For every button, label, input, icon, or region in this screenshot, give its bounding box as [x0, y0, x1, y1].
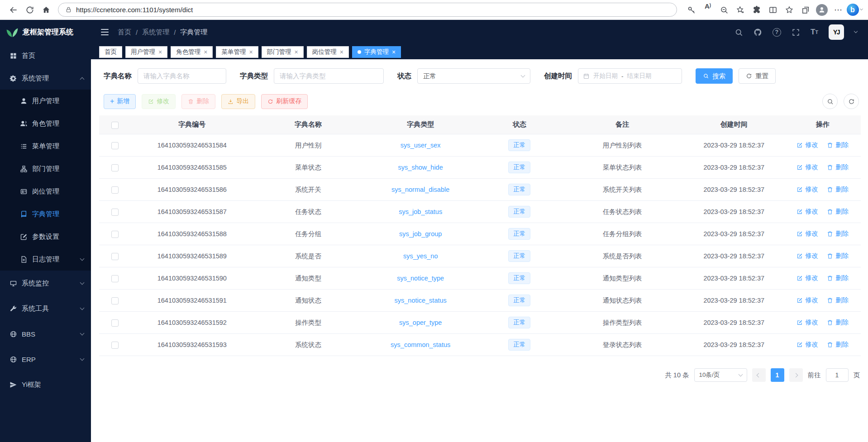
row-edit-link[interactable]: 修改: [796, 141, 818, 149]
dict-type-link[interactable]: sys_show_hide: [398, 164, 443, 171]
dict-type-link[interactable]: sys_job_status: [399, 208, 442, 215]
row-delete-link[interactable]: 删除: [827, 163, 849, 171]
favorite-add-icon[interactable]: [732, 2, 749, 18]
dict-type-link[interactable]: sys_yes_no: [403, 252, 438, 260]
row-checkbox[interactable]: [111, 164, 119, 171]
dict-type-link[interactable]: sys_normal_disable: [391, 186, 449, 193]
select-all-checkbox[interactable]: [111, 122, 119, 129]
row-edit-link[interactable]: 修改: [796, 318, 818, 327]
row-edit-link[interactable]: 修改: [796, 340, 818, 349]
row-checkbox[interactable]: [111, 319, 119, 327]
refresh-icon[interactable]: [22, 2, 38, 18]
chevron-down-icon[interactable]: [854, 29, 858, 33]
sidebar-item-menus[interactable]: 菜单管理: [0, 135, 91, 157]
sidebar-item-dict[interactable]: 字典管理: [0, 203, 91, 225]
sidebar-item-logs[interactable]: 日志管理: [0, 248, 91, 271]
help-icon[interactable]: ?: [773, 28, 781, 37]
row-edit-link[interactable]: 修改: [796, 274, 818, 282]
tab-dict[interactable]: 字典管理 ×: [352, 46, 401, 58]
sidebar-item-departments[interactable]: 部门管理: [0, 157, 91, 180]
dict-type-link[interactable]: sys_notice_type: [397, 275, 444, 282]
row-edit-link[interactable]: 修改: [796, 163, 818, 171]
dict-type-link[interactable]: sys_common_status: [391, 341, 450, 348]
row-checkbox[interactable]: [111, 231, 119, 238]
dict-type-input[interactable]: [274, 68, 384, 84]
split-screen-icon[interactable]: [765, 2, 781, 18]
dict-type-link[interactable]: sys_oper_type: [399, 319, 442, 326]
row-delete-link[interactable]: 删除: [827, 141, 849, 149]
row-checkbox[interactable]: [111, 275, 119, 282]
user-avatar[interactable]: YJ: [829, 24, 844, 40]
read-aloud-icon[interactable]: A): [700, 2, 716, 18]
dict-name-input[interactable]: [138, 68, 226, 84]
row-checkbox[interactable]: [111, 342, 119, 349]
page-size-select[interactable]: 10条/页: [694, 368, 747, 382]
delete-button[interactable]: 删除: [181, 94, 215, 109]
close-icon[interactable]: ×: [249, 49, 253, 55]
goto-page-input[interactable]: [826, 368, 849, 382]
sidebar-item-erp[interactable]: ERP: [0, 347, 91, 372]
breadcrumb-home[interactable]: 首页: [118, 28, 131, 37]
current-page-button[interactable]: 1: [771, 368, 784, 382]
row-delete-link[interactable]: 删除: [827, 207, 849, 216]
sidebar-item-params[interactable]: 参数设置: [0, 225, 91, 248]
extensions-icon[interactable]: [749, 2, 765, 18]
url-bar[interactable]: https://ccnetcore.com:1101/system/dict: [58, 3, 677, 17]
row-delete-link[interactable]: 删除: [827, 252, 849, 260]
add-button[interactable]: + 新增: [104, 94, 136, 109]
refresh-table-button[interactable]: [844, 94, 859, 109]
bing-chat-icon[interactable]: b: [846, 2, 863, 18]
tab-departments[interactable]: 部门管理 ×: [262, 46, 304, 58]
fullscreen-icon[interactable]: [792, 28, 800, 37]
row-edit-link[interactable]: 修改: [796, 207, 818, 216]
tab-home[interactable]: 首页: [99, 46, 122, 58]
sidebar-toggle-icon[interactable]: [101, 29, 109, 35]
row-edit-link[interactable]: 修改: [796, 229, 818, 238]
sidebar-item-tools[interactable]: 系统工具: [0, 296, 91, 321]
tab-posts[interactable]: 岗位管理 ×: [307, 46, 349, 58]
row-edit-link[interactable]: 修改: [796, 185, 818, 194]
close-icon[interactable]: ×: [204, 49, 207, 55]
back-icon[interactable]: [5, 2, 22, 18]
row-checkbox[interactable]: [111, 253, 119, 260]
dict-type-link[interactable]: sys_job_group: [399, 230, 442, 238]
show-search-toggle[interactable]: [822, 94, 838, 109]
close-icon[interactable]: ×: [340, 49, 343, 55]
font-size-icon[interactable]: TT: [811, 28, 818, 37]
zoom-icon[interactable]: [716, 2, 732, 18]
reset-button[interactable]: 重置: [739, 68, 776, 84]
row-delete-link[interactable]: 删除: [827, 296, 849, 304]
row-delete-link[interactable]: 删除: [827, 185, 849, 194]
row-delete-link[interactable]: 删除: [827, 229, 849, 238]
row-checkbox[interactable]: [111, 297, 119, 304]
search-icon[interactable]: [734, 28, 743, 37]
prev-page-button[interactable]: [752, 368, 766, 382]
more-menu-icon[interactable]: ⋯: [830, 2, 846, 18]
key-icon[interactable]: [683, 2, 700, 18]
row-delete-link[interactable]: 删除: [827, 274, 849, 282]
row-checkbox[interactable]: [111, 209, 119, 216]
sidebar-item-system[interactable]: 系统管理: [0, 67, 91, 90]
export-button[interactable]: 导出: [221, 94, 255, 109]
row-edit-link[interactable]: 修改: [796, 296, 818, 304]
collections-icon[interactable]: [797, 2, 814, 18]
github-icon[interactable]: [754, 28, 762, 37]
sidebar-item-yi[interactable]: Yi框架: [0, 372, 91, 397]
search-button[interactable]: 搜索: [696, 68, 733, 84]
app-logo[interactable]: 意框架管理系统: [0, 20, 91, 44]
profile-avatar[interactable]: [814, 2, 830, 18]
row-checkbox[interactable]: [111, 142, 119, 149]
sidebar-item-users[interactable]: 用户管理: [0, 90, 91, 112]
home-icon[interactable]: [38, 2, 54, 18]
sidebar-item-bbs[interactable]: BBS: [0, 321, 91, 347]
dict-type-link[interactable]: sys_notice_status: [395, 297, 447, 304]
row-edit-link[interactable]: 修改: [796, 252, 818, 260]
sidebar-item-monitor[interactable]: 系统监控: [0, 271, 91, 296]
sidebar-item-posts[interactable]: 岗位管理: [0, 180, 91, 203]
tab-roles[interactable]: 角色管理 ×: [171, 46, 213, 58]
next-page-button[interactable]: [789, 368, 803, 382]
tab-users[interactable]: 用户管理 ×: [125, 46, 167, 58]
edit-button[interactable]: 修改: [142, 94, 176, 109]
close-icon[interactable]: ×: [295, 49, 298, 55]
tab-menus[interactable]: 菜单管理 ×: [216, 46, 258, 58]
